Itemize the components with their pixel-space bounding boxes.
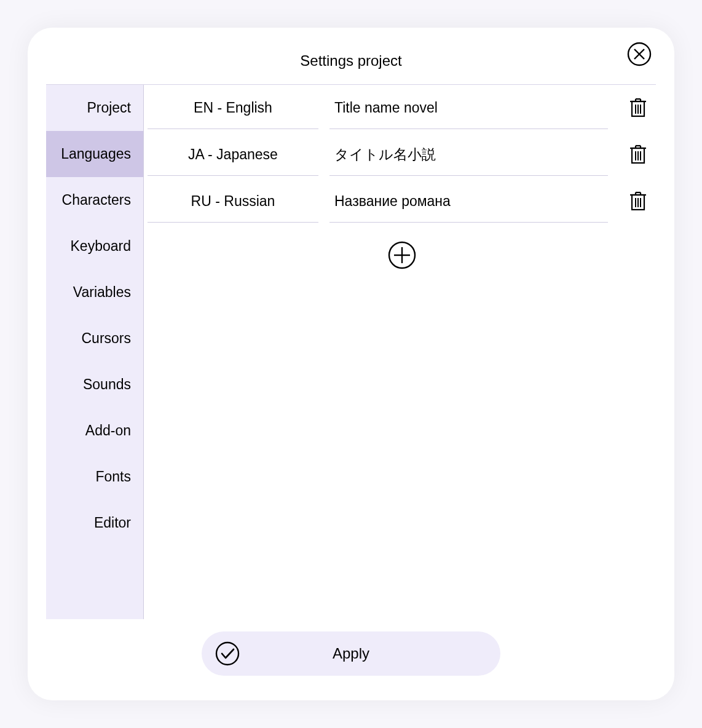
- language-row: JA - Japanese: [148, 132, 656, 178]
- apply-label: Apply: [202, 645, 500, 662]
- sidebar-item-label: Characters: [62, 192, 131, 208]
- add-language-button[interactable]: [388, 242, 416, 271]
- language-code-field[interactable]: RU - Russian: [148, 181, 318, 223]
- language-row: RU - Russian: [148, 178, 656, 225]
- close-icon: [627, 42, 652, 69]
- dialog-footer: Apply: [46, 619, 656, 682]
- languages-panel: EN - English JA - Japanese RU: [143, 85, 656, 619]
- language-title-input[interactable]: [329, 134, 608, 176]
- dialog-title: Settings project: [46, 52, 656, 69]
- svg-point-30: [216, 643, 239, 665]
- sidebar-item-label: Fonts: [95, 469, 131, 485]
- settings-sidebar: Project Languages Characters Keyboard Va…: [46, 85, 143, 619]
- language-code-field[interactable]: EN - English: [148, 87, 318, 129]
- check-icon: [215, 641, 240, 666]
- sidebar-item-cursors[interactable]: Cursors: [46, 315, 143, 362]
- sidebar-item-editor[interactable]: Editor: [46, 500, 143, 546]
- language-title-input[interactable]: [329, 87, 608, 129]
- close-button[interactable]: [626, 42, 652, 68]
- sidebar-item-label: Sounds: [83, 376, 131, 393]
- sidebar-item-sounds[interactable]: Sounds: [46, 362, 143, 408]
- sidebar-item-addon[interactable]: Add-on: [46, 408, 143, 454]
- sidebar-item-characters[interactable]: Characters: [46, 177, 143, 223]
- sidebar-item-label: Project: [87, 100, 131, 116]
- plus-icon: [388, 241, 416, 272]
- dialog-body: Project Languages Characters Keyboard Va…: [46, 85, 656, 619]
- language-code-field[interactable]: JA - Japanese: [148, 134, 318, 176]
- dialog-header: Settings project: [46, 46, 656, 85]
- sidebar-item-variables[interactable]: Variables: [46, 269, 143, 315]
- sidebar-item-label: Cursors: [81, 330, 131, 347]
- language-title-input[interactable]: [329, 181, 608, 223]
- sidebar-item-label: Add-on: [85, 422, 131, 439]
- trash-icon: [629, 190, 647, 213]
- trash-icon: [629, 97, 647, 120]
- sidebar-item-fonts[interactable]: Fonts: [46, 454, 143, 500]
- sidebar-item-languages[interactable]: Languages: [46, 131, 143, 177]
- settings-dialog: Settings project Project Languages Chara…: [28, 28, 674, 700]
- sidebar-item-keyboard[interactable]: Keyboard: [46, 223, 143, 269]
- language-row: EN - English: [148, 85, 656, 132]
- sidebar-item-label: Variables: [73, 284, 131, 301]
- apply-button[interactable]: Apply: [202, 631, 500, 676]
- sidebar-item-project[interactable]: Project: [46, 85, 143, 131]
- trash-icon: [629, 143, 647, 167]
- sidebar-item-label: Editor: [94, 515, 131, 531]
- add-language-row: [148, 225, 656, 271]
- sidebar-item-label: Languages: [61, 146, 131, 162]
- delete-language-button[interactable]: [626, 143, 650, 167]
- sidebar-item-label: Keyboard: [71, 238, 131, 255]
- delete-language-button[interactable]: [626, 190, 650, 213]
- delete-language-button[interactable]: [626, 97, 650, 120]
